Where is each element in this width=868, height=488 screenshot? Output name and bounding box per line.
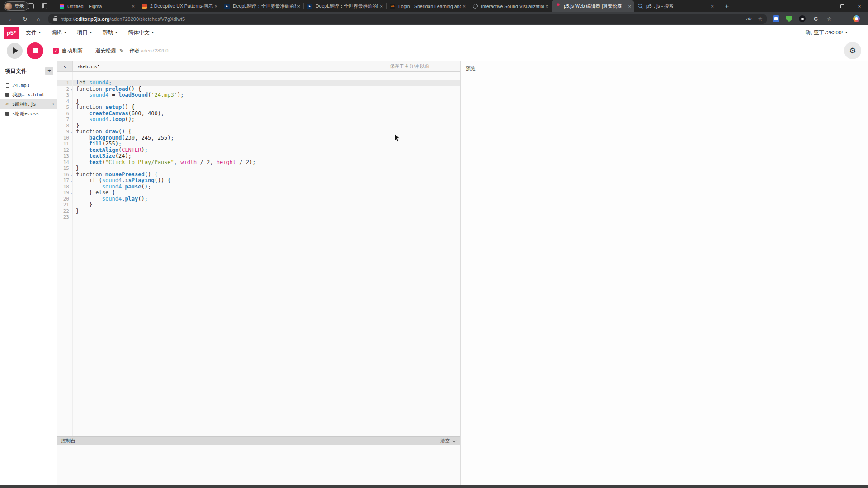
fold-arrow-icon[interactable]: ▾ — [69, 178, 74, 184]
menu-label: 帮助 — [103, 29, 113, 37]
code-line[interactable]: 5▾function setup() { — [57, 104, 460, 111]
menu-简体中文[interactable]: 简体中文▾ — [128, 29, 154, 37]
file-options-icon[interactable]: ▾ — [52, 103, 54, 106]
auto-refresh-checkbox[interactable] — [53, 48, 59, 54]
browser-tab[interactable]: Interactive Sound Visualization Id× — [469, 0, 552, 12]
menu-项目[interactable]: 项目▾ — [77, 29, 92, 37]
collections-icon[interactable]: ☆ — [826, 15, 833, 22]
code-line[interactable]: 19▾ } else { — [57, 190, 460, 196]
code-line[interactable]: 20 sound4.play(); — [57, 196, 460, 202]
code-line[interactable]: 17▾ if (sound4.isPlaying()) { — [57, 178, 460, 184]
code-line[interactable]: 12 textAlign(CENTER); — [57, 147, 460, 154]
fold-arrow-icon[interactable]: ▾ — [69, 86, 74, 93]
address-bar[interactable]: https://editor.p5js.org/aden728200/sketc… — [48, 14, 767, 24]
author-username[interactable]: aden728200 — [141, 48, 168, 53]
code-line[interactable]: 13 textSize(24); — [57, 153, 460, 160]
code-line[interactable]: 3 sound4 = loadSound('24.mp3'); — [57, 92, 460, 99]
file-item[interactable]: 24.mp3 — [0, 80, 57, 90]
code-line[interactable]: 1let sound4; — [57, 80, 460, 86]
tab-close-icon[interactable]: × — [711, 4, 714, 9]
code-line[interactable]: 15} — [57, 165, 460, 172]
tab-close-icon[interactable]: × — [628, 4, 631, 9]
play-button[interactable] — [7, 43, 23, 59]
lock-icon — [53, 18, 57, 21]
url-text[interactable]: https://editor.p5js.org/aden728200/sketc… — [61, 16, 185, 22]
fold-arrow-icon[interactable]: ▾ — [69, 129, 74, 135]
file-item[interactable]: 我濒… x.html — [0, 90, 57, 99]
menu-文件[interactable]: 文件▾ — [26, 29, 41, 37]
browser-tab[interactable]: DeepL翻译：全世界最准确的翻译× — [221, 0, 303, 12]
code-line[interactable]: 16▾function mousePressed() { — [57, 172, 460, 178]
line-number: 21 — [57, 202, 69, 208]
code-line[interactable]: 21 } — [57, 202, 460, 208]
browser-profile-button[interactable]: 登录 — [4, 1, 28, 11]
code-line[interactable]: 4} — [57, 99, 460, 105]
preview-label: 预览 — [466, 66, 476, 71]
menu-帮助[interactable]: 帮助▾ — [103, 29, 118, 37]
fold-arrow-icon[interactable]: ▾ — [69, 172, 74, 178]
read-aloud-icon[interactable]: ab — [746, 16, 751, 21]
code-text — [74, 214, 76, 221]
favorite-star-icon[interactable]: ☆ — [758, 16, 763, 22]
console-clear-button[interactable]: 清空 — [440, 438, 456, 444]
code-line[interactable]: 7 sound4.loop(); — [57, 117, 460, 123]
browser-tab[interactable]: DeepL翻译：全世界最准确的翻译× — [303, 0, 386, 12]
code-line[interactable]: 23 — [57, 214, 460, 221]
workspaces-icon[interactable] — [28, 3, 34, 9]
browser-tab[interactable]: Login - Sheridan Learning and Te× — [386, 0, 469, 12]
tab-close-icon[interactable]: × — [546, 4, 548, 9]
code-line[interactable]: 14 text("Click to Play/Pause", width / 2… — [57, 160, 460, 166]
fold-arrow-icon[interactable]: ▾ — [69, 190, 74, 196]
tab-close-icon[interactable]: × — [380, 4, 383, 9]
copilot-icon[interactable] — [853, 15, 860, 22]
refresh-icon[interactable]: ↻ — [18, 15, 32, 23]
code-line[interactable]: 6 createCanvas(600, 400); — [57, 111, 460, 117]
open-file-tab[interactable]: sketch.js● — [78, 64, 99, 69]
tab-close-icon[interactable]: × — [215, 4, 217, 9]
edit-name-icon[interactable]: ✎ — [119, 48, 123, 54]
back-icon[interactable]: ← — [5, 15, 18, 23]
close-button[interactable]: × — [851, 0, 868, 12]
browser-menu-icon[interactable]: ⋯ — [840, 15, 846, 22]
browser-tab[interactable]: Untitled – Figma× — [55, 0, 138, 12]
file-item[interactable]: s谢谢e.css — [0, 109, 57, 118]
code-line[interactable]: 8} — [57, 123, 460, 129]
minimize-button[interactable] — [816, 0, 834, 12]
extension-c-icon[interactable]: C — [812, 15, 819, 22]
browser-tab[interactable]: p5，js - 搜索× — [634, 0, 717, 12]
code-line[interactable]: 22} — [57, 208, 460, 215]
browser-tab[interactable]: 2 Deceptive UX Patterns-演示文稿× — [138, 0, 221, 12]
stop-button[interactable] — [27, 42, 43, 59]
chevron-down-icon: ▾ — [152, 31, 154, 34]
tab-close-icon[interactable]: × — [463, 4, 466, 9]
file-item[interactable]: JSs凯特h.js▾ — [0, 99, 57, 109]
menu-编辑[interactable]: 编辑▾ — [52, 29, 66, 37]
user-greeting[interactable]: 嗨, 亚丁728200! ▾ — [806, 29, 847, 36]
add-file-button[interactable]: + — [45, 67, 53, 75]
restore-button[interactable] — [834, 0, 851, 12]
code-text: function setup() { — [74, 104, 135, 111]
code-line[interactable]: 11 fill(255); — [57, 141, 460, 147]
play-icon — [13, 47, 18, 54]
line-number: 11 — [57, 141, 69, 147]
translate-extension-icon[interactable] — [773, 15, 779, 22]
browser-tab[interactable]: p5.js Web 编辑器 |逍安松露× — [552, 0, 634, 12]
dark-reader-extension-icon[interactable] — [799, 15, 806, 22]
code-line[interactable]: 9▾function draw() { — [57, 129, 460, 135]
settings-button[interactable]: ⚙ — [844, 42, 861, 59]
auto-refresh-label[interactable]: 自动刷新 — [62, 47, 83, 54]
sketch-name[interactable]: 逍安松露 — [95, 47, 116, 54]
code-line[interactable]: 2▾function preload() { — [57, 86, 460, 93]
new-tab-button[interactable]: + — [722, 1, 732, 11]
code-line[interactable]: 18 sound4.pause(); — [57, 184, 460, 190]
fold-arrow-icon[interactable]: ▾ — [69, 104, 74, 111]
code-line[interactable]: 10 background(230, 245, 255); — [57, 135, 460, 141]
tab-close-icon[interactable]: × — [132, 4, 135, 9]
adblock-shield-icon[interactable] — [786, 16, 792, 22]
code-area[interactable]: 1let sound4;2▾function preload() {3 soun… — [57, 72, 460, 436]
collapse-sidebar-button[interactable]: ‹ — [57, 61, 73, 71]
home-icon[interactable]: ⌂ — [32, 15, 45, 23]
tab-close-icon[interactable]: × — [297, 4, 300, 9]
vertical-tabs-icon[interactable] — [42, 3, 47, 9]
p5-logo[interactable]: p5* — [4, 27, 19, 39]
